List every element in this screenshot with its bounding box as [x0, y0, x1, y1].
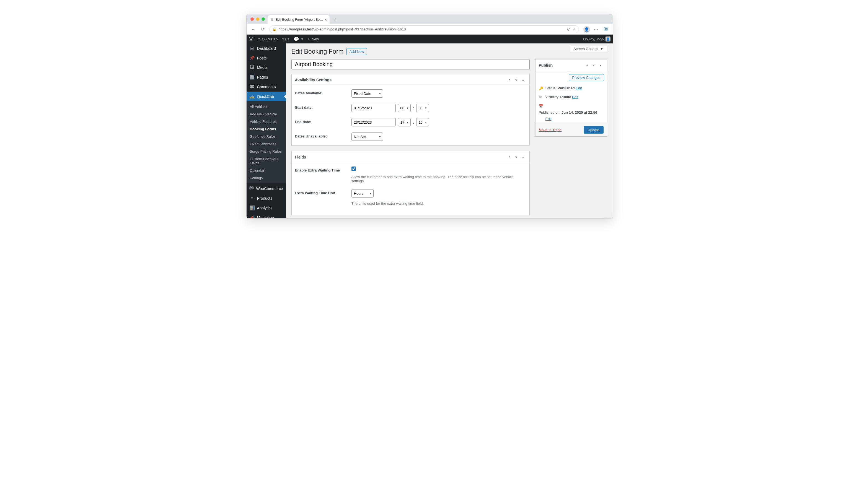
visibility-text: Visibility: Public Edit [545, 95, 578, 99]
eye-icon: 👁 [539, 95, 543, 99]
lock-icon: 🔒 [272, 27, 276, 31]
reload-button[interactable]: ⟳ [259, 26, 267, 33]
edit-status-link[interactable]: Edit [576, 86, 582, 90]
start-hour-select[interactable]: 08 [398, 104, 411, 112]
panel-move-down-icon[interactable]: ∨ [513, 77, 519, 83]
dates-available-select[interactable]: Fixed Date [351, 89, 383, 98]
publish-panel: Publish ∧ ∨ ▴ Preview Changes 🔑 [535, 59, 607, 137]
menu-quickcab[interactable]: 🚕QuickCab [246, 92, 286, 101]
edit-visibility-link[interactable]: Edit [572, 95, 578, 99]
comments-link[interactable]: 💬0 [291, 34, 305, 43]
unit-help: The units used for the extra waiting tim… [351, 201, 526, 205]
analytics-icon: 📊 [249, 205, 255, 211]
marketing-icon: 📣 [249, 215, 255, 218]
woocommerce-icon: ⓦ [249, 186, 254, 192]
panel-toggle-icon[interactable]: ▴ [520, 154, 526, 160]
menu-analytics[interactable]: 📊Analytics [246, 203, 286, 213]
submenu-all-vehicles[interactable]: All Vehicles [246, 103, 286, 110]
user-avatar: 👤 [605, 36, 611, 42]
favorite-icon[interactable]: ☆ [573, 27, 576, 31]
extra-wait-checkbox[interactable] [351, 167, 356, 171]
end-minute-select[interactable]: 10 [416, 118, 429, 126]
panel-move-down-icon[interactable]: ∨ [513, 154, 519, 160]
user-menu[interactable]: Howdy, John 👤 [583, 36, 613, 42]
panel-toggle-icon[interactable]: ▴ [598, 62, 604, 68]
panel-toggle-icon[interactable]: ▴ [520, 77, 526, 83]
profile-button[interactable]: 👤 [583, 26, 590, 33]
status-text: Status: Published Edit [545, 86, 582, 90]
submenu-add-new-vehicle[interactable]: Add New Vehicle [246, 110, 286, 118]
menu-marketing[interactable]: 📣Marketing [246, 213, 286, 218]
menu-posts[interactable]: 📌Posts [246, 53, 286, 63]
start-date-input[interactable] [351, 104, 396, 112]
comments-icon: 💬 [249, 84, 255, 89]
dashboard-icon: ⊞ [249, 46, 255, 51]
panel-move-up-icon[interactable]: ∧ [584, 62, 590, 68]
bing-icon[interactable]: ⓑ [602, 26, 610, 33]
start-minute-select[interactable]: 00 [416, 104, 429, 112]
browser-tabbar: 🗎 Edit Booking Form "Airport Bo… × + [246, 14, 613, 24]
posts-icon: 📌 [249, 55, 255, 61]
extra-wait-label: Enable Extra Waiting Time [295, 167, 351, 172]
traffic-lights [251, 17, 265, 21]
menu-woocommerce[interactable]: ⓦWooCommerce [246, 183, 286, 194]
submenu-geofence-rules[interactable]: Geofence Rules [246, 133, 286, 140]
edit-date-link[interactable]: Edit [545, 117, 552, 121]
updates-link[interactable]: ⟲1 [280, 34, 291, 43]
screen-options-toggle[interactable]: Screen Options ▼ [570, 46, 607, 52]
move-to-trash-link[interactable]: Move to Trash [539, 128, 561, 132]
submenu-custom-checkout[interactable]: Custom Checkout Fields [246, 155, 286, 167]
quickcab-submenu: All Vehicles Add New Vehicle Vehicle Fea… [246, 101, 286, 183]
unit-label: Extra Waiting Time Unit [295, 189, 351, 195]
browser-toolbar: ← ⟳ 🔒 https://wordpress.test/wp-admin/po… [246, 24, 613, 34]
end-hour-select[interactable]: 17 [398, 118, 411, 126]
add-new-button[interactable]: Add New [346, 48, 367, 55]
menu-pages[interactable]: 📄Pages [246, 72, 286, 82]
menu-products[interactable]: ≡Products [246, 194, 286, 203]
extensions-icon[interactable]: ⋯ [592, 26, 600, 33]
new-tab-button[interactable]: + [331, 15, 339, 23]
availability-panel-title: Availability Settings [295, 78, 507, 82]
wp-adminbar: ⓦ ⌂QuickCab ⟲1 💬0 +New Howdy, John 👤 [246, 34, 613, 43]
unit-select[interactable]: Hours [351, 189, 374, 198]
end-date-label: End date: [295, 118, 351, 124]
panel-move-down-icon[interactable]: ∨ [591, 62, 597, 68]
submenu-calendar[interactable]: Calendar [246, 167, 286, 174]
submenu-booking-forms[interactable]: Booking Forms [246, 125, 286, 133]
menu-comments[interactable]: 💬Comments [246, 82, 286, 92]
fields-panel-title: Fields [295, 155, 507, 159]
address-bar[interactable]: 🔒 https://wordpress.test/wp-admin/post.p… [269, 26, 579, 33]
end-date-input[interactable] [351, 118, 396, 126]
dates-available-label: Dates Available: [295, 89, 351, 95]
back-button[interactable]: ← [249, 26, 257, 33]
time-separator: : [413, 106, 414, 110]
availability-panel: Availability Settings ∧ ∨ ▴ Dates Availa… [291, 74, 530, 146]
submenu-settings[interactable]: Settings [246, 174, 286, 182]
quickcab-icon: 🚕 [249, 94, 255, 99]
update-button[interactable]: Update [584, 126, 604, 134]
wp-logo[interactable]: ⓦ [246, 34, 255, 43]
post-title-input[interactable] [291, 59, 530, 70]
reader-icon[interactable]: A» [567, 27, 570, 31]
panel-move-up-icon[interactable]: ∧ [507, 77, 513, 83]
site-name-link[interactable]: ⌂QuickCab [255, 34, 280, 43]
close-tab-icon[interactable]: × [325, 17, 327, 22]
tab-title: Edit Booking Form "Airport Bo… [276, 18, 323, 21]
fields-panel: Fields ∧ ∨ ▴ Enable Extra Waiting Time [291, 151, 530, 215]
page-icon: 🗎 [270, 18, 274, 22]
menu-dashboard[interactable]: ⊞Dashboard [246, 43, 286, 53]
menu-media[interactable]: 🖼Media [246, 63, 286, 72]
preview-changes-button[interactable]: Preview Changes [569, 74, 604, 81]
submenu-surge-pricing[interactable]: Surge Pricing Rules [246, 148, 286, 155]
close-window-button[interactable] [251, 17, 254, 21]
calendar-icon: 📅 [539, 104, 543, 108]
browser-tab[interactable]: 🗎 Edit Booking Form "Airport Bo… × [268, 15, 330, 24]
maximize-window-button[interactable] [261, 17, 265, 21]
new-content-link[interactable]: +New [305, 34, 321, 43]
published-text: Published on: Jun 14, 2020 at 22:56 [539, 110, 598, 114]
panel-move-up-icon[interactable]: ∧ [507, 154, 513, 160]
submenu-fixed-addresses[interactable]: Fixed Addresses [246, 140, 286, 148]
submenu-vehicle-features[interactable]: Vehicle Features [246, 118, 286, 125]
minimize-window-button[interactable] [256, 17, 259, 21]
dates-unavailable-select[interactable]: Not Set [351, 133, 383, 141]
